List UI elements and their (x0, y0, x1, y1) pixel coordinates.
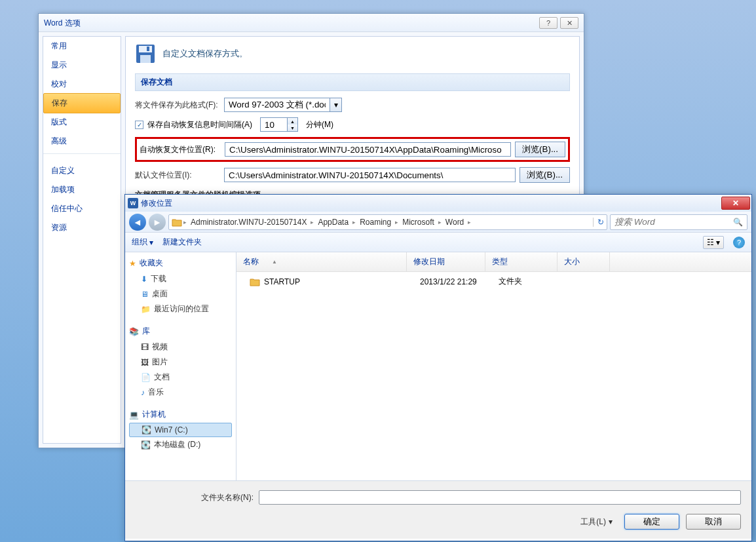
ok-button[interactable]: 确定 (624, 514, 679, 530)
computer-icon: 💻 (129, 410, 139, 419)
column-date[interactable]: 修改日期 (407, 252, 485, 271)
tree-item-documents[interactable]: 📄文档 (129, 370, 232, 385)
list-header: 名称▲ 修改日期 类型 大小 (236, 252, 751, 272)
recent-icon: 📁 (141, 305, 151, 314)
autorecover-browse-button[interactable]: 浏览(B)... (515, 142, 565, 157)
column-name[interactable]: 名称▲ (236, 252, 407, 271)
file-name: STARTUP (264, 277, 300, 286)
crumb-1[interactable]: AppData (315, 218, 351, 227)
music-icon: ♪ (141, 388, 145, 397)
forward-button[interactable]: ► (149, 214, 166, 231)
chevron-right-icon[interactable]: ▸ (395, 219, 398, 225)
default-location-browse-button[interactable]: 浏览(B)... (520, 167, 570, 183)
autorecover-unit: 分钟(M) (306, 119, 333, 130)
folder-name-input[interactable] (259, 490, 741, 505)
crumb-3[interactable]: Microsoft (400, 218, 437, 227)
help-button[interactable]: ? (539, 17, 558, 29)
column-type[interactable]: 类型 (485, 252, 558, 271)
breadcrumb[interactable]: ▸ Administrator.WIN7U-20150714X ▸ AppDat… (168, 214, 607, 230)
sidebar-item-save[interactable]: 保存 (43, 93, 121, 113)
tree-item-drive-c[interactable]: 💽Win7 (C:) (129, 423, 232, 437)
column-size[interactable]: 大小 (558, 252, 610, 271)
library-icon: 📚 (129, 327, 139, 336)
options-sidebar: 常用 显示 校对 保存 版式 高级 自定义 加载项 信任中心 资源 (43, 36, 121, 444)
tree-item-music[interactable]: ♪音乐 (129, 385, 232, 400)
search-input[interactable] (614, 217, 733, 227)
word-app-icon: W (128, 198, 138, 208)
tree-item-videos[interactable]: 🎞视频 (129, 339, 232, 355)
new-folder-button[interactable]: 新建文件夹 (162, 237, 202, 248)
save-format-dropdown[interactable]: ▾ (224, 98, 342, 112)
list-item[interactable]: STARTUP 2013/1/22 21:29 文件夹 (236, 272, 751, 291)
folder-icon (172, 218, 182, 227)
close-icon[interactable]: ✕ (721, 197, 750, 210)
drive-icon: 💽 (141, 440, 151, 450)
download-icon: ⬇ (141, 275, 147, 284)
autorecover-checkbox[interactable]: ✓ (135, 121, 143, 129)
save-format-value[interactable] (225, 98, 330, 111)
file-list: 名称▲ 修改日期 类型 大小 STARTUP 2013/1/22 21:29 文… (236, 252, 751, 480)
file-toolbar: 组织 ▾ 新建文件夹 ☷ ▾ ? (125, 233, 751, 252)
refresh-icon[interactable]: ↻ (593, 218, 604, 227)
file-date: 2013/1/22 21:29 (413, 277, 492, 286)
chevron-down-icon[interactable]: ▾ (330, 98, 341, 111)
chevron-down-icon: ▾ (149, 238, 153, 247)
folder-name-label: 文件夹名称(N): (201, 492, 254, 503)
sidebar-item-advanced[interactable]: 高级 (43, 132, 121, 151)
sidebar-item-trust[interactable]: 信任中心 (43, 199, 121, 218)
section-header-text: 自定义文档保存方式。 (162, 48, 248, 60)
dialog-bottom: 文件夹名称(N): 工具(L) ▾ 确定 取消 (125, 480, 751, 539)
search-box[interactable]: 🔍 (610, 214, 747, 230)
tree-library-header[interactable]: 📚 库 (129, 326, 232, 337)
tree-item-drive-d[interactable]: 💽本地磁盘 (D:) (129, 437, 232, 452)
navigation-bar: ◄ ► ▸ Administrator.WIN7U-20150714X ▸ Ap… (125, 212, 751, 233)
crumb-0[interactable]: Administrator.WIN7U-20150714X (188, 218, 309, 227)
spinner-down-icon[interactable]: ▼ (288, 125, 297, 131)
desktop-icon: 🖥 (141, 290, 149, 299)
crumb-4[interactable]: Word (443, 218, 466, 227)
chevron-right-icon[interactable]: ▸ (438, 219, 442, 225)
spinner-up-icon[interactable]: ▲ (288, 118, 297, 125)
crumb-2[interactable]: Roaming (357, 218, 394, 227)
autorecover-location-input[interactable] (225, 142, 511, 157)
autorecover-interval-input[interactable] (261, 118, 287, 131)
sidebar-item-display[interactable]: 显示 (43, 56, 121, 75)
sidebar-item-resources[interactable]: 资源 (43, 218, 121, 237)
chevron-right-icon[interactable]: ▸ (468, 219, 471, 225)
sidebar-item-addins[interactable]: 加载项 (43, 180, 121, 199)
autorecover-location-label: 自动恢复文件位置(R): (140, 144, 221, 155)
cancel-button[interactable]: 取消 (686, 514, 741, 530)
star-icon: ★ (129, 259, 136, 268)
tree-item-downloads[interactable]: ⬇下载 (129, 271, 232, 286)
tools-button[interactable]: 工具(L) ▾ (575, 514, 618, 530)
default-location-input[interactable] (224, 168, 516, 182)
chevron-down-icon: ▾ (609, 517, 613, 526)
word-options-title-text: Word 选项 (44, 14, 81, 32)
svg-rect-1 (139, 46, 152, 52)
tree-item-recent[interactable]: 📁最近访问的位置 (129, 301, 232, 317)
word-options-titlebar: Word 选项 ? ✕ (39, 14, 584, 32)
sidebar-item-customize[interactable]: 自定义 (43, 161, 121, 180)
tree-computer-header[interactable]: 💻 计算机 (129, 409, 232, 420)
tree-item-desktop[interactable]: 🖥桌面 (129, 286, 232, 301)
sidebar-item-layout[interactable]: 版式 (43, 113, 121, 132)
sidebar-item-proofing[interactable]: 校对 (43, 75, 121, 94)
view-options-button[interactable]: ☷ ▾ (703, 236, 724, 249)
autorecover-interval-spinner[interactable]: ▲▼ (260, 117, 298, 132)
tree-favorites-header[interactable]: ★ 收藏夹 (129, 258, 232, 269)
chevron-right-icon[interactable]: ▸ (311, 219, 314, 225)
sidebar-item-common[interactable]: 常用 (43, 37, 121, 56)
navigation-tree: ★ 收藏夹 ⬇下载 🖥桌面 📁最近访问的位置 📚 库 🎞视频 🖼图片 📄文档 ♪… (125, 252, 236, 480)
tree-item-pictures[interactable]: 🖼图片 (129, 355, 232, 370)
chevron-right-icon[interactable]: ▸ (352, 219, 356, 225)
default-location-label: 默认文件位置(I): (135, 170, 220, 181)
chevron-right-icon[interactable]: ▸ (183, 219, 187, 225)
close-button[interactable]: ✕ (560, 17, 578, 29)
organize-button[interactable]: 组织 ▾ (132, 237, 153, 248)
document-icon: 📄 (141, 373, 151, 382)
back-button[interactable]: ◄ (129, 214, 146, 231)
folder-icon (250, 277, 260, 286)
drive-icon: 💽 (142, 425, 151, 435)
help-icon[interactable]: ? (733, 237, 745, 248)
search-icon[interactable]: 🔍 (733, 218, 743, 227)
